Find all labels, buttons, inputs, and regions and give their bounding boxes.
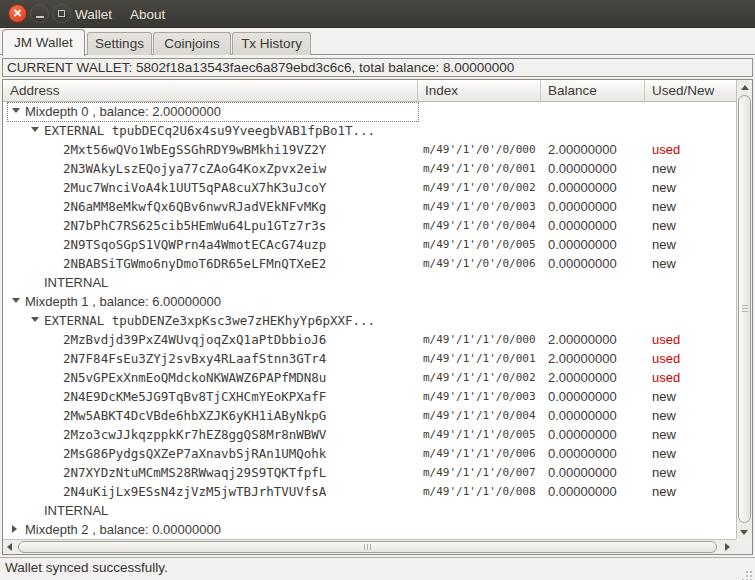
tree-row[interactable]: 2MzBvdjd39PxZ4WUvqjoqZxQ1aPtDbbioJ6m/49'… xyxy=(3,330,736,349)
address-cell: INTERNAL xyxy=(3,273,418,292)
tree-row[interactable]: 2N7F84FsEu3ZYj2svBxy4RLaafStnn3GTr4m/49'… xyxy=(3,349,736,368)
used-new-cell: new xyxy=(652,463,676,482)
column-header-balance[interactable]: Balance xyxy=(541,80,645,102)
scroll-down-icon[interactable] xyxy=(736,525,752,539)
tree-row[interactable]: 2N9TSqoSGpS1VQWPrn4a4WmotECAcG74uzpm/49'… xyxy=(3,235,736,254)
index-cell: m/49'/1'/0'/0/003 xyxy=(423,197,536,216)
address-cell: 2N6aMM8eMkwfQx6QBv6nwvRJadVEkNFvMKg xyxy=(3,197,418,216)
tree-row[interactable]: INTERNAL xyxy=(3,501,736,520)
used-new-cell: new xyxy=(652,197,676,216)
scroll-right-icon[interactable] xyxy=(725,543,730,551)
address-text: 2N7bPhC7RS625cib5HEmWu64Lpu1GTz7r3s xyxy=(63,216,326,235)
balance-cell: 0.00000000 xyxy=(548,444,617,463)
tree-row[interactable]: 2Muc7WnciVoA4k1UUT5qPA8cuX7hK3uJcoYm/49'… xyxy=(3,178,736,197)
horizontal-scrollbar-thumb[interactable] xyxy=(18,541,717,553)
balance-cell: 0.00000000 xyxy=(548,254,617,273)
tree-row[interactable]: INTERNAL xyxy=(3,273,736,292)
balance-cell: 0.00000000 xyxy=(548,235,617,254)
column-header-used-new[interactable]: Used/New xyxy=(645,80,740,102)
used-new-cell: new xyxy=(652,406,676,425)
used-new-cell: new xyxy=(652,159,676,178)
address-text: 2Mw5ABKT4DcVBde6hbXZJK6yKH1iAByNkpG xyxy=(63,406,326,425)
window-minimize-button[interactable] xyxy=(30,4,49,23)
horizontal-scrollbar[interactable] xyxy=(3,539,736,554)
address-text: 2N4E9DcKMe5JG9TqBv8TjCXHCmYEoKPXafF xyxy=(63,387,326,406)
vertical-scrollbar-thumb[interactable] xyxy=(738,95,751,523)
address-text: INTERNAL xyxy=(44,501,108,520)
used-new-cell: new xyxy=(652,482,676,501)
tree-row[interactable]: 2N4uKijLx9ESsN4zjVzM5jwTBJrhTVUVfsAm/49'… xyxy=(3,482,736,501)
collapse-icon[interactable] xyxy=(31,317,39,322)
tree-row[interactable]: 2NBABSiTGWmo6nyDmoT6DR65eLFMnQTXeE2m/49'… xyxy=(3,254,736,273)
maximize-icon xyxy=(58,10,65,17)
address-cell: 2N4uKijLx9ESsN4zjVzM5jwTBJrhTVUVfsA xyxy=(3,482,418,501)
tab-settings[interactable]: Settings xyxy=(87,32,152,55)
scroll-left-icon[interactable] xyxy=(7,543,12,551)
tree-row[interactable]: 2N4E9DcKMe5JG9TqBv8TjCXHCmYEoKPXafFm/49'… xyxy=(3,387,736,406)
scrollbar-corner xyxy=(736,539,752,554)
balance-cell: 2.00000000 xyxy=(548,368,617,387)
vertical-scrollbar[interactable] xyxy=(736,80,752,539)
column-header-address[interactable]: Address xyxy=(3,80,418,102)
used-new-cell: new xyxy=(652,444,676,463)
address-cell: Mixdepth 2 , balance: 0.00000000 xyxy=(3,520,418,539)
tree-row[interactable]: Mixdepth 0 , balance: 2.00000000 xyxy=(3,102,736,121)
address-text: INTERNAL xyxy=(44,273,108,292)
address-text: 2N9TSqoSGpS1VQWPrn4a4WmotECAcG74uzp xyxy=(63,235,326,254)
tree-row[interactable]: 2Mzo3cwJJkqzppkKr7hEZ8ggQS8Mr8nWBWVm/49'… xyxy=(3,425,736,444)
tree-row[interactable]: 2Mxt56wQVo1WbEgSSGhRDY9wBMkhi19VZ2Ym/49'… xyxy=(3,140,736,159)
address-cell: 2N7F84FsEu3ZYj2svBxy4RLaafStnn3GTr4 xyxy=(3,349,418,368)
address-text: 2N4uKijLx9ESsN4zjVzM5jwTBJrhTVUVfsA xyxy=(63,482,326,501)
balance-cell: 0.00000000 xyxy=(548,482,617,501)
menu-wallet[interactable]: Wallet xyxy=(66,2,121,27)
collapse-icon[interactable] xyxy=(12,108,20,113)
used-new-cell: new xyxy=(652,178,676,197)
tree-row[interactable]: 2N3WAkyLszEQojya77cZAoG4KoxZpvx2eiwm/49'… xyxy=(3,159,736,178)
balance-cell: 0.00000000 xyxy=(548,197,617,216)
collapse-icon[interactable] xyxy=(31,127,39,132)
tree-row[interactable]: 2Mw5ABKT4DcVBde6hbXZJK6yKH1iAByNkpGm/49'… xyxy=(3,406,736,425)
index-cell: m/49'/1'/1'/0/001 xyxy=(423,349,536,368)
tree-row[interactable]: 2N7XYDzNtuMCmMS28RWwaqj29S9TQKTfpfLm/49'… xyxy=(3,463,736,482)
tree-row[interactable]: EXTERNAL tpubDENZe3xpKsc3we7zHEKhyYp6pXX… xyxy=(3,311,736,330)
tree-row[interactable]: EXTERNAL tpubDECq2U6x4su9YveegbVAB1fpBo1… xyxy=(3,121,736,140)
used-new-cell: used xyxy=(652,140,680,159)
tab-jm-wallet[interactable]: JM Wallet xyxy=(2,29,85,56)
window-close-button[interactable]: ✕ xyxy=(8,4,27,23)
menu-about[interactable]: About xyxy=(121,2,174,27)
tree-row[interactable]: 2MsG86PydgsQXZeP7aXnavbSjRAn1UMQohkm/49'… xyxy=(3,444,736,463)
tree-header: Address Index Balance Used/New xyxy=(3,80,736,102)
index-cell: m/49'/1'/0'/0/001 xyxy=(423,159,536,178)
tree-row[interactable]: Mixdepth 2 , balance: 0.00000000 xyxy=(3,520,736,539)
address-text: 2Mxt56wQVo1WbEgSSGhRDY9wBMkhi19VZ2Y xyxy=(63,140,326,159)
minimize-icon xyxy=(36,16,44,18)
tree-row[interactable]: 2N6aMM8eMkwfQx6QBv6nwvRJadVEkNFvMKgm/49'… xyxy=(3,197,736,216)
column-header-index[interactable]: Index xyxy=(418,80,541,102)
expand-icon[interactable] xyxy=(12,525,17,533)
address-cell: 2N5vGPExXnmEoQMdckoNKWAWZ6PAPfMDN8u xyxy=(3,368,418,387)
balance-cell: 0.00000000 xyxy=(548,216,617,235)
tree-row[interactable]: Mixdepth 1 , balance: 6.00000000 xyxy=(3,292,736,311)
resize-grip-icon[interactable] xyxy=(742,567,752,577)
address-cell: Mixdepth 0 , balance: 2.00000000 xyxy=(3,102,418,121)
index-cell: m/49'/1'/0'/0/006 xyxy=(423,254,536,273)
address-text: 2N5vGPExXnmEoQMdckoNKWAWZ6PAPfMDN8u xyxy=(63,368,326,387)
collapse-icon[interactable] xyxy=(12,298,20,303)
titlebar[interactable]: ✕ Wallet About xyxy=(0,0,755,28)
status-message: Wallet synced successfully. xyxy=(5,560,168,575)
address-text: Mixdepth 1 , balance: 6.00000000 xyxy=(25,292,221,311)
index-cell: m/49'/1'/0'/0/000 xyxy=(423,140,536,159)
tab-tx-history[interactable]: Tx History xyxy=(232,32,311,55)
balance-cell: 0.00000000 xyxy=(548,387,617,406)
address-text: 2MsG86PydgsQXZeP7aXnavbSjRAn1UMQohk xyxy=(63,444,326,463)
address-cell: 2Mxt56wQVo1WbEgSSGhRDY9wBMkhi19VZ2Y xyxy=(3,140,418,159)
scroll-up-icon[interactable] xyxy=(741,85,749,90)
address-cell: Mixdepth 1 , balance: 6.00000000 xyxy=(3,292,418,311)
index-cell: m/49'/1'/1'/0/006 xyxy=(423,444,536,463)
tree-row[interactable]: 2N7bPhC7RS625cib5HEmWu64Lpu1GTz7r3sm/49'… xyxy=(3,216,736,235)
tree-row[interactable]: 2N5vGPExXnmEoQMdckoNKWAWZ6PAPfMDN8um/49'… xyxy=(3,368,736,387)
address-text: 2N7F84FsEu3ZYj2svBxy4RLaafStnn3GTr4 xyxy=(63,349,326,368)
tab-coinjoins[interactable]: Coinjoins xyxy=(153,32,231,55)
index-cell: m/49'/1'/0'/0/002 xyxy=(423,178,536,197)
address-text: 2N7XYDzNtuMCmMS28RWwaqj29S9TQKTfpfL xyxy=(63,463,326,482)
